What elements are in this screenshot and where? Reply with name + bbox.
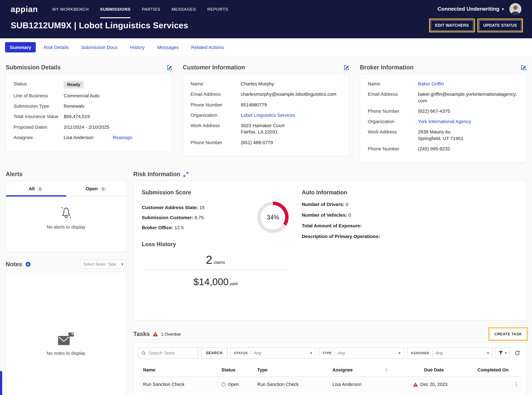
broker-email: baker.griffin@example.yorkinternationala… xyxy=(418,91,519,104)
refresh-button[interactable] xyxy=(513,347,522,359)
notes-envelope-icon xyxy=(57,332,75,346)
broker-phone: (622) 667-4375 xyxy=(418,108,519,115)
notes-empty-text: No notes to display xyxy=(47,351,86,356)
alerts-tab-all[interactable]: All0 xyxy=(6,181,66,196)
broker-information-title: Broker Information xyxy=(360,64,414,71)
add-note-button[interactable] xyxy=(25,262,31,267)
field-label: Work Address xyxy=(191,122,241,135)
submission-details-title: Submission Details xyxy=(6,64,61,71)
reassign-link[interactable]: Reassign xyxy=(113,135,132,140)
gauge-percent-label: 34% xyxy=(267,214,279,221)
filter-menu-button[interactable]: ▾ xyxy=(495,347,510,359)
pencil-icon xyxy=(521,65,526,70)
bell-slash-icon xyxy=(58,204,74,220)
edit-customer-icon[interactable] xyxy=(344,65,349,70)
column-due-date[interactable]: Due Date xyxy=(412,363,476,376)
record-tabs: Summary Risk Details Submission Docs His… xyxy=(0,38,532,56)
loss-history: 2claims $14,000paid xyxy=(142,253,289,288)
status-filter-dropdown[interactable]: STATUS Any ▾ xyxy=(230,347,316,359)
auto-value: 0 xyxy=(346,202,348,207)
filter-value: Any xyxy=(254,351,310,356)
nav-messages[interactable]: MESSAGES xyxy=(172,0,196,18)
field-label: Phone Number xyxy=(368,108,418,115)
tab-submission-docs[interactable]: Submission Docs xyxy=(76,42,122,52)
field-value: Renewals xyxy=(64,103,164,110)
submission-details-card: Status Ready Line of Business Commercial… xyxy=(6,74,172,152)
column-completed-on[interactable]: Completed On xyxy=(476,363,511,376)
score-metrics: Customer Address State: 15 Submission Cu… xyxy=(142,205,205,230)
auto-information: Auto Information Number of Drivers: 0 Nu… xyxy=(302,189,518,288)
alerts-empty-state: No alerts to display xyxy=(6,196,126,239)
column-type[interactable]: Type xyxy=(256,363,331,376)
claims-unit: claims xyxy=(214,260,225,265)
edit-broker-icon[interactable] xyxy=(521,65,526,70)
broker-organization-link[interactable]: York International Agency xyxy=(418,118,519,125)
column-assignee[interactable]: Assignee ↑ xyxy=(331,363,412,377)
field-value: Commercial Auto xyxy=(64,93,164,99)
filter-value: Any xyxy=(338,351,399,356)
field-label: Name xyxy=(191,81,241,87)
tab-messages[interactable]: Messages xyxy=(152,42,183,52)
page-title: SUB1212UM9X | Lobot Linguistics Services xyxy=(11,21,188,30)
task-search-input[interactable] xyxy=(148,350,195,356)
claims-count: 2 xyxy=(206,253,212,266)
nav-reports[interactable]: REPORTS xyxy=(207,0,228,18)
tab-history[interactable]: History xyxy=(125,42,149,52)
workspace-switcher[interactable]: Connected Underwriting ▾ xyxy=(437,6,504,12)
expand-risk-icon[interactable] xyxy=(183,172,188,177)
chevron-down-icon: ▾ xyxy=(487,351,489,355)
nav-my-workbench[interactable]: MY WORKBENCH xyxy=(52,0,89,18)
tab-summary[interactable]: Summary xyxy=(5,42,36,52)
risk-information-title: Risk Information xyxy=(133,171,180,178)
task-completed-on xyxy=(476,380,511,388)
field-label: Assignee xyxy=(13,134,64,141)
field-value: 2/11/2024 - 2/10/2025 xyxy=(64,124,164,130)
workspace-label: Connected Underwriting xyxy=(437,6,499,12)
field-label: Phone Number xyxy=(368,146,418,152)
customer-organization-link[interactable]: Lobot Linguistics Services xyxy=(241,112,341,119)
search-button[interactable]: SEARCH xyxy=(201,347,227,359)
record-header: SUB1212UM9X | Lobot Linguistics Services… xyxy=(0,18,532,38)
plus-circle-icon xyxy=(25,262,31,267)
create-task-button[interactable]: CREATE TASK xyxy=(490,329,526,340)
task-status-label: Open xyxy=(228,382,239,387)
task-due-date: Dec 20, 2023 xyxy=(412,378,476,391)
nav-submissions[interactable]: SUBMISSIONS xyxy=(100,0,131,18)
submission-score-title: Submission Score xyxy=(142,189,289,196)
summary-cards-row: Submission Details Status Ready Lin xyxy=(6,61,526,163)
loss-history-title: Loss History xyxy=(142,241,289,248)
column-name[interactable]: Name xyxy=(138,363,220,376)
field-label: Phone Number xyxy=(191,102,241,108)
metric-label: Submission Customer: xyxy=(142,215,193,220)
edit-watchers-button[interactable]: EDIT WATCHERS xyxy=(431,20,473,31)
task-search-box xyxy=(138,347,198,359)
tab-risk-details[interactable]: Risk Details xyxy=(39,42,73,52)
notes-type-select[interactable]: Select Notes Type ▾ xyxy=(80,260,126,269)
avatar-photo xyxy=(509,3,521,15)
avatar[interactable] xyxy=(509,3,521,15)
tasks-table-header: Name Status Type Assignee ↑ Due Date Com… xyxy=(138,363,522,377)
appian-logo: appian xyxy=(11,4,38,14)
row-menu-button[interactable]: ⋮ xyxy=(511,377,522,392)
paid-unit: paid xyxy=(230,281,237,286)
edit-submission-details-icon[interactable] xyxy=(167,65,172,70)
metric-value: 15 xyxy=(199,205,204,210)
status-open-icon xyxy=(221,382,226,386)
update-status-button[interactable]: UPDATE STATUS xyxy=(479,20,521,31)
broker-name-link[interactable]: Baker Griffin xyxy=(418,81,519,87)
divider xyxy=(334,351,335,356)
alerts-tab-open[interactable]: Open0 xyxy=(66,181,126,196)
tab-related-actions[interactable]: Related Actions xyxy=(187,42,229,52)
nav-parties[interactable]: PARTIES xyxy=(142,0,160,18)
table-row[interactable]: Run Sanction Check Open Run Sanction Che… xyxy=(138,377,522,392)
field-label: Name xyxy=(368,81,418,87)
tasks-card: SEARCH STATUS Any ▾ TYPE Any xyxy=(133,343,526,395)
assignee-filter-dropdown[interactable]: ASSIGNEE Any ▾ xyxy=(407,347,493,359)
auto-label: Number of Drivers: xyxy=(302,202,344,207)
column-status[interactable]: Status xyxy=(220,363,256,376)
type-filter-dropdown[interactable]: TYPE Any ▾ xyxy=(318,347,404,359)
filter-label: STATUS xyxy=(234,351,248,355)
funnel-icon xyxy=(499,351,503,355)
auto-label: Number of Vehicles: xyxy=(302,212,347,218)
customer-information-card: Name Charles Murphy Email Address charle… xyxy=(183,74,349,156)
